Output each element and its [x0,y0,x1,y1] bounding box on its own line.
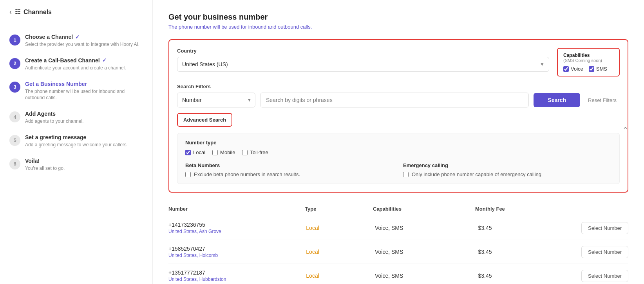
type-tollfree-checkbox[interactable] [242,150,248,155]
step-3-title: Get a Business Number [25,81,143,87]
emergency-check-text: Only include phone number capable of eme… [412,171,541,177]
table-row-2: +15852570427 United States, Holcomb Loca… [168,240,628,264]
number-type-label: Number type [185,140,611,146]
type-mobile[interactable]: Mobile [212,149,235,155]
step-6-title: Voila! [25,158,143,164]
select-number-btn-1[interactable]: Select Number [581,222,628,234]
country-select-wrapper: United States (US) ▼ [177,57,549,72]
type-mobile-checkbox[interactable] [212,150,218,155]
type-local-checkbox[interactable] [185,150,191,155]
step-5-desc: Add a greeting message to welcome your c… [25,142,143,148]
filter-select[interactable]: Number [177,93,255,107]
table-row: +13517772187 United States, Hubbardston … [168,264,628,284]
emergency-checkbox[interactable] [403,172,409,177]
select-number-btn-3[interactable]: Select Number [581,270,628,282]
cap-sms-checkbox[interactable] [589,66,594,72]
capabilities-subtitle: (SMS Coming soon) [563,58,613,63]
table-row: +15852570427 United States, Holcomb Loca… [168,240,628,264]
country-row: Country United States (US) ▼ Capabilitie… [177,48,620,76]
row-1-fee: $3.45 [478,225,582,231]
step-2-content: Create a Call-Based Channel ✓ Authentica… [25,57,143,71]
sidebar-header: ‹ ☷ Channels [9,8,143,21]
table-row-3: +13517772187 United States, Hubbardston … [168,264,628,284]
step-2-check: ✓ [102,57,107,63]
row-3-location: United States, Hubbardston [168,277,306,282]
step-1-title: Choose a Channel ✓ [25,34,143,40]
step-3: 3 Get a Business Number The phone number… [9,81,143,102]
step-3-number: 3 [9,82,20,93]
step-4-number: 4 [9,111,20,122]
search-filters-section: Search Filters Number ▼ Search Reset Fil… [177,84,620,107]
th-type: Type [305,206,373,212]
step-6: 6 Voila! You're all set to go. [9,158,143,172]
step-1-content: Choose a Channel ✓ Select the provider y… [25,34,143,48]
row-1-capabilities: Voice, SMS [375,225,478,231]
row-2-number: +15852570427 [168,246,306,252]
beta-checkbox[interactable] [185,172,191,177]
back-icon[interactable]: ‹ [9,8,12,16]
number-type-row: Local Mobile Toll-free [185,149,611,155]
step-2-desc: Authenticate your account and create a c… [25,65,143,71]
row-1-number-col: +14173236755 United States, Ash Grove [168,222,306,234]
sidebar: ‹ ☷ Channels 1 Choose a Channel ✓ Select… [0,0,153,284]
emergency-check-label[interactable]: Only include phone number capable of eme… [403,171,611,177]
row-2-capabilities: Voice, SMS [375,249,478,255]
type-local-label: Local [193,149,205,155]
page-subtitle: The phone number will be used for inboun… [168,24,628,30]
emergency-title: Emergency calling [403,162,611,168]
row-3-type: Local [306,273,375,279]
step-6-desc: You're all set to go. [25,165,143,172]
step-6-number: 6 [9,158,20,169]
step-5-title: Set a greeting message [25,134,143,140]
type-local[interactable]: Local [185,149,205,155]
reset-filters-button[interactable]: Reset Filters [585,93,620,107]
th-monthly-fee: Monthly Fee [475,206,577,212]
row-2-fee: $3.45 [478,249,582,255]
search-button[interactable]: Search [534,93,580,107]
cap-voice-checkbox[interactable] [563,66,569,72]
table-row-1: +14173236755 United States, Ash Grove Lo… [168,216,628,240]
filters-row: Number ▼ Search Reset Filters [177,93,620,107]
app-name: Channels [24,9,52,16]
advanced-panel: Number type Local Mobile Toll-free [177,133,620,184]
row-3-fee: $3.45 [478,273,582,279]
beta-title: Beta Numbers [185,162,394,168]
th-capabilities: Capabilities [373,206,475,212]
step-4: 4 Add Agents Add agents to your channel. [9,111,143,125]
beta-check-text: Exclude beta phone numbers in search res… [194,171,300,177]
step-1-number: 1 [9,35,20,46]
step-1-desc: Select the provider you want to integrat… [25,41,143,48]
advanced-search-button[interactable]: Advanced Search [177,113,232,127]
results-table: Number Type Capabilities Monthly Fee +14… [168,202,628,284]
channels-icon: ☷ [15,8,20,16]
step-1-check: ✓ [75,34,80,40]
type-tollfree[interactable]: Toll-free [242,149,268,155]
search-input[interactable] [260,93,529,107]
search-section: Country United States (US) ▼ Capabilitie… [168,39,628,193]
cap-sms[interactable]: SMS [589,66,607,72]
type-mobile-label: Mobile [220,149,235,155]
select-number-btn-2[interactable]: Select Number [581,246,628,258]
emergency-col: Emergency calling Only include phone num… [403,162,611,177]
step-4-title: Add Agents [25,111,143,117]
page-title: Get your business number [168,13,628,22]
row-1-location: United States, Ash Grove [168,229,306,234]
th-number: Number [168,206,305,212]
country-select[interactable]: United States (US) [177,57,549,72]
row-1-type: Local [306,225,375,231]
cap-voice[interactable]: Voice [563,66,583,72]
beta-emergency-row: Beta Numbers Exclude beta phone numbers … [185,162,611,177]
table-row: +14173236755 United States, Ash Grove Lo… [168,216,628,240]
beta-check-label[interactable]: Exclude beta phone numbers in search res… [185,171,394,177]
th-action [577,206,628,212]
step-2-number: 2 [9,58,20,69]
row-3-number-col: +13517772187 United States, Hubbardston [168,269,306,282]
row-3-capabilities: Voice, SMS [375,273,478,279]
capabilities-box: Capabilities (SMS Coming soon) Voice SMS [557,48,620,76]
cap-voice-label: Voice [571,66,583,72]
step-4-desc: Add agents to your channel. [25,118,143,125]
collapse-arrow-icon[interactable]: ⌃ [622,126,628,134]
step-5: 5 Set a greeting message Add a greeting … [9,134,143,148]
step-3-content: Get a Business Number The phone number w… [25,81,143,102]
table-header: Number Type Capabilities Monthly Fee [168,202,628,216]
